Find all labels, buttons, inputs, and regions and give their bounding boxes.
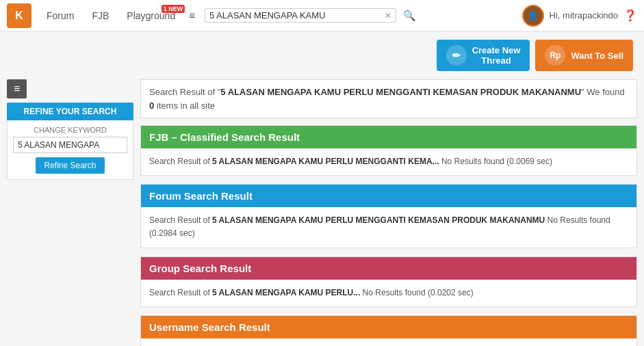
sidebar: ≡ REFINE YOUR SEARCH CHANGE KEYWORD Refi… <box>7 79 133 346</box>
username-body: Search Result of 5 ALASAN MENGAPA KAMU P… <box>141 338 636 346</box>
content-area: Search Result of "5 ALASAN MENGAPA KAMU … <box>140 79 637 346</box>
nav-fjb[interactable]: FJB <box>85 10 116 21</box>
group-header: Group Search Result <box>141 257 636 280</box>
group-body-suffix: No Results found (0.0202 sec) <box>360 288 473 297</box>
pencil-icon: ✏ <box>446 45 467 66</box>
hamburger-menu-button[interactable]: ≡ <box>189 10 195 21</box>
sidebar-toggle-button[interactable]: ≡ <box>7 79 27 98</box>
hamburger-icon: ≡ <box>14 83 20 94</box>
user-greeting: Hi, mitrapackindo <box>550 10 618 21</box>
username-section: Username Search Result Search Result of … <box>140 315 637 346</box>
nav-playground[interactable]: Playground 1 NEW <box>120 10 182 21</box>
create-thread-button[interactable]: ✏ Create NewThread <box>437 40 530 71</box>
summary-suffix: " We found <box>581 87 625 97</box>
username-title: Username Search Result <box>149 321 270 333</box>
fjb-body-query: 5 ALASAN MENGAPA KAMU PERLU MENGGANTI KE… <box>212 157 439 166</box>
forum-body-query: 5 ALASAN MENGAPA KAMU PERLU MENGGANTI KE… <box>212 215 545 225</box>
summary-query: 5 ALASAN MENGAPA KAMU PERLU MENGGANTI KE… <box>220 87 581 97</box>
group-section: Group Search Result Search Result of 5 A… <box>140 256 637 307</box>
fjb-body: Search Result of 5 ALASAN MENGAPA KAMU P… <box>141 148 636 175</box>
refine-header: REFINE YOUR SEARCH <box>7 103 133 120</box>
logo[interactable]: K <box>7 3 31 28</box>
fjb-body-suffix: No Results found (0.0069 sec) <box>439 157 552 166</box>
search-button[interactable]: 🔍 <box>403 10 416 22</box>
fjb-body-prefix: Search Result of <box>149 157 212 166</box>
summary-prefix: Search Result of " <box>149 87 220 97</box>
want-to-sell-button[interactable]: Rp Want To Sell <box>535 40 633 71</box>
fjb-title: FJB – Classified Search Result <box>149 131 300 143</box>
want-to-sell-label: Want To Sell <box>571 51 623 61</box>
forum-section: Forum Search Result Search Result of 5 A… <box>140 184 637 248</box>
forum-body: Search Result of 5 ALASAN MENGAPA KAMU P… <box>141 207 636 247</box>
group-title: Group Search Result <box>149 263 251 274</box>
search-summary: Search Result of "5 ALASAN MENGAPA KAMU … <box>140 79 637 118</box>
nav-right: 👤 Hi, mitrapackindo ❓ <box>522 5 637 27</box>
main-layout: ≡ REFINE YOUR SEARCH CHANGE KEYWORD Refi… <box>0 79 644 346</box>
search-input[interactable] <box>209 10 385 21</box>
forum-header: Forum Search Result <box>141 185 636 207</box>
help-icon[interactable]: ❓ <box>623 9 637 22</box>
search-clear-icon[interactable]: ✕ <box>385 11 391 21</box>
change-keyword-label: CHANGE KEYWORD <box>13 126 127 134</box>
group-body-query: 5 ALASAN MENGAPA KAMU PERLU... <box>212 288 360 297</box>
refine-button[interactable]: Refine Search <box>36 157 104 174</box>
username-header: Username Search Result <box>141 316 636 338</box>
forum-body-prefix: Search Result of <box>149 215 212 225</box>
fjb-section: FJB – Classified Search Result Search Re… <box>140 125 637 176</box>
group-body: Search Result of 5 ALASAN MENGAPA KAMU P… <box>141 280 636 306</box>
group-body-prefix: Search Result of <box>149 288 212 297</box>
rp-icon: Rp <box>545 45 565 66</box>
change-keyword-box: CHANGE KEYWORD Refine Search <box>7 120 133 180</box>
forum-title: Forum Search Result <box>149 190 253 202</box>
summary-suffix2: items in all site <box>154 101 215 111</box>
avatar-img: 👤 <box>528 11 538 21</box>
playground-badge: 1 NEW <box>162 5 185 13</box>
create-thread-label: Create NewThread <box>472 45 521 66</box>
action-bar: ✏ Create NewThread Rp Want To Sell <box>0 31 644 79</box>
avatar: 👤 <box>522 5 544 27</box>
navbar: K Forum FJB Playground 1 NEW ≡ ✕ 🔍 👤 Hi,… <box>0 0 644 31</box>
fjb-header: FJB – Classified Search Result <box>141 126 636 148</box>
search-bar: ✕ <box>205 8 396 23</box>
nav-forum[interactable]: Forum <box>40 10 81 21</box>
logo-text: K <box>15 10 23 22</box>
keyword-input[interactable] <box>13 137 127 153</box>
